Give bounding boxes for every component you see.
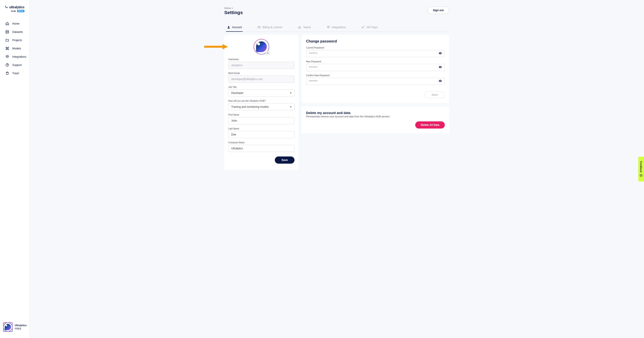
brand-sub: HUB [11, 10, 16, 12]
svg-point-0 [5, 6, 6, 6]
nav-label: Projects [12, 39, 22, 42]
feedback-tab[interactable]: Feedback [638, 157, 644, 182]
trash-icon [5, 71, 9, 75]
nav-label: Datasets [12, 30, 23, 34]
user-plan: FREE [15, 327, 26, 330]
username-label: Username [228, 58, 294, 60]
tab-integrations[interactable]: Integrations [326, 23, 347, 32]
email-input [228, 76, 294, 83]
settings-tabs: Account Billing & License Teams Integrat… [224, 23, 449, 32]
company-label: Company Name [228, 141, 294, 144]
confirm-password-label: Confirm New Password [306, 74, 445, 77]
sidebar: ultralytics HUB BETA Home Datasets Proje… [0, 0, 30, 338]
eye-icon[interactable] [438, 65, 442, 70]
svg-rect-6 [258, 26, 260, 28]
password-card: Change password Current Password New Pas… [302, 35, 449, 103]
svg-point-14 [440, 53, 441, 54]
delete-subtitle: Permanently remove your account and data… [306, 115, 445, 118]
person-icon [227, 26, 230, 29]
svg-point-19 [641, 176, 642, 176]
nav-label: Models [12, 47, 21, 50]
svg-point-5 [228, 26, 229, 27]
new-password-label: New Password [306, 60, 445, 63]
nav-integrations[interactable]: Integrations [0, 52, 29, 61]
nav-label: Integrations [12, 55, 26, 58]
delete-title: Delete my account and data [306, 111, 445, 115]
command-icon [5, 46, 9, 50]
svg-point-10 [362, 27, 363, 28]
svg-point-16 [440, 81, 441, 81]
nav-label: Home [12, 22, 20, 25]
people-icon [298, 26, 301, 29]
arrow-annotation-icon [204, 44, 228, 50]
main-nav: Home Datasets Projects Models Integratio… [0, 18, 29, 320]
jobtitle-select[interactable] [228, 90, 294, 96]
main-content: Home > Settings Sign out Account Billing… [30, 0, 644, 338]
svg-point-9 [300, 26, 300, 27]
password-save-button: Save [425, 91, 445, 98]
new-password-input[interactable] [306, 64, 445, 71]
firstname-input[interactable] [228, 117, 294, 124]
user-name: Ultralytics [15, 324, 26, 327]
current-password-input[interactable] [306, 50, 445, 57]
nav-projects[interactable]: Projects [0, 36, 29, 44]
brand-logo[interactable]: ultralytics HUB BETA [0, 4, 29, 18]
page-title: Settings [224, 10, 243, 15]
usage-select[interactable] [228, 103, 294, 110]
user-footer[interactable]: Ultralytics FREE [0, 320, 29, 334]
eye-icon[interactable] [438, 52, 442, 56]
brand-name: ultralytics [9, 5, 24, 9]
user-avatar-small [3, 322, 12, 332]
svg-point-17 [640, 174, 642, 176]
email-label: Work Email [228, 72, 294, 74]
key-icon [361, 26, 365, 29]
nav-label: Trash [12, 72, 19, 75]
profile-card: Username Work Email Job Title ▼ How will… [224, 35, 298, 170]
profile-avatar[interactable] [254, 39, 269, 54]
tab-apikeys[interactable]: API Keys [360, 23, 378, 32]
delete-all-button[interactable]: Delete All Data [415, 122, 445, 128]
nav-support[interactable]: Support [0, 61, 29, 69]
confirm-password-input[interactable] [306, 78, 445, 85]
layers-icon [327, 26, 330, 29]
tab-account[interactable]: Account [226, 23, 242, 32]
nav-home[interactable]: Home [0, 20, 29, 28]
folder-icon [5, 38, 9, 42]
svg-point-8 [299, 26, 300, 27]
usage-label: How will you use the Ultralytics HUB? [228, 100, 294, 102]
signout-button[interactable]: Sign out [427, 7, 449, 14]
ultralytics-logo-icon [5, 4, 8, 10]
layers-icon [5, 55, 9, 58]
nav-label: Support [12, 64, 22, 66]
svg-point-18 [641, 175, 642, 175]
profile-save-button[interactable]: Save [275, 156, 294, 164]
breadcrumb[interactable]: Home > [224, 7, 243, 10]
card-icon [258, 26, 261, 29]
username-input [228, 62, 294, 69]
company-input[interactable] [228, 145, 294, 152]
beta-badge: BETA [17, 10, 24, 12]
nav-models[interactable]: Models [0, 44, 29, 52]
home-icon [5, 22, 9, 26]
password-title: Change password [306, 39, 445, 43]
lastname-label: Last Name [228, 128, 294, 130]
delete-card: Delete my account and data Permanently r… [302, 106, 449, 134]
svg-point-15 [440, 67, 441, 68]
tab-teams[interactable]: Teams [297, 23, 312, 32]
image-icon [5, 30, 9, 34]
help-icon [5, 63, 9, 67]
jobtitle-label: Job Title [228, 86, 294, 88]
upload-avatar-icon[interactable] [266, 51, 270, 55]
firstname-label: First Name [228, 114, 294, 116]
lastname-input[interactable] [228, 131, 294, 138]
current-password-label: Current Password [306, 46, 445, 49]
nav-trash[interactable]: Trash [0, 69, 29, 77]
nav-datasets[interactable]: Datasets [0, 28, 29, 36]
eye-icon[interactable] [438, 79, 442, 84]
tab-billing[interactable]: Billing & License [256, 23, 283, 32]
svg-point-2 [6, 31, 7, 32]
svg-point-4 [7, 66, 8, 66]
smile-icon [640, 174, 643, 177]
